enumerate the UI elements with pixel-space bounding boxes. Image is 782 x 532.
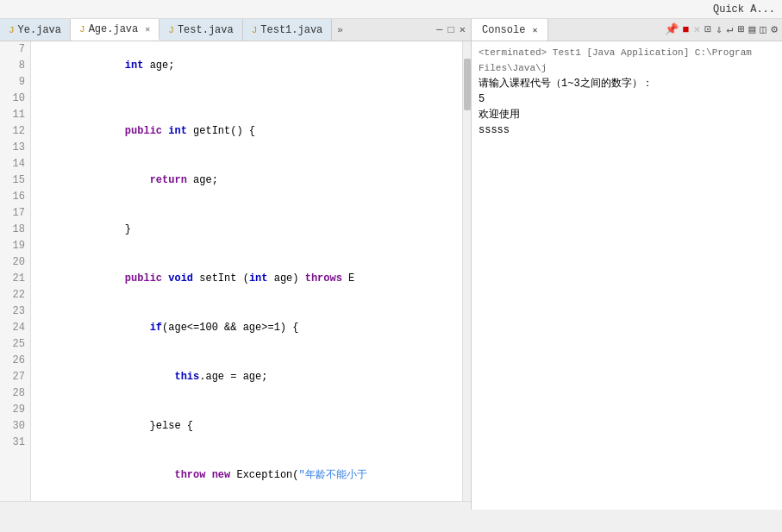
editor-scrollbar-v[interactable] [462,41,471,501]
age-java-icon: J [79,24,85,34]
code-area[interactable]: int age; public int getInt() { return ag… [31,41,462,501]
kw-public-9: public [125,125,162,137]
console-label: Console [482,24,525,36]
console-number-value: 5 [479,93,485,105]
line-num-8: 8 [5,58,25,74]
console-scroll-lock-icon[interactable]: ⇓ [715,24,723,35]
console-output-number: 5 [479,91,775,107]
code-line-8 [38,91,462,107]
code-line-15: }else { [38,402,462,451]
console-new-console-icon[interactable]: ⊞ [737,24,746,35]
line-num-29: 29 [5,402,25,418]
line-num-19: ▾19 [5,238,25,254]
line-num-15: 15 [5,172,25,189]
main-area: J Ye.java J Age.java ✕ J Test.java J Tes… [0,19,782,510]
tab-console[interactable]: Console ✕ [472,19,548,41]
tab-test-java[interactable]: J Test.java [160,19,242,41]
scrollbar-thumb[interactable] [464,59,471,110]
tab-test-label: Test.java [178,24,234,36]
line-num-14: 14 [5,156,25,172]
line-num-18: 18 [5,222,25,238]
console-toolbar: 📌 ■ ✕ ⊡ ⇓ ↵ ⊞ ▤ ◫ ⚙ [664,24,782,35]
tab-test1-label: Test1.java [260,24,322,36]
console-view-icon[interactable]: ◫ [759,24,767,35]
maximize-button[interactable]: □ [447,24,456,36]
kw-int-12: int [249,272,268,285]
console-word-wrap-icon[interactable]: ↵ [726,24,735,35]
code-line-12: public void setInt (int age) throws E [38,254,462,304]
str-exception: "年龄不能小于 [298,469,366,481]
editor-content: 7 8 ▾9 10 11 ▾12 13 14 15 16 17 18 ▾19 2… [0,41,471,501]
line-num-27: 27 [5,369,25,385]
code-line-14: this.age = age; [38,353,462,402]
editor-scrollbar-h[interactable] [0,501,471,510]
code-line-13: if(age<=100 && age>=1) { [38,304,462,353]
kw-this: this [174,371,199,383]
test-java-icon: J [168,25,174,35]
console-result-text: sssss [479,124,510,136]
console-close-icon[interactable]: ✕ [532,25,537,35]
console-welcome-text: 欢迎使用 [479,109,520,121]
line-numbers: 7 8 ▾9 10 11 ▾12 13 14 15 16 17 18 ▾19 2… [0,41,31,501]
editor-panel: J Ye.java J Age.java ✕ J Test.java J Tes… [0,19,472,510]
console-panel: Console ✕ 📌 ■ ✕ ⊡ ⇓ ↵ ⊞ ▤ ◫ ⚙ <terminate… [472,19,782,510]
kw-if: if [150,322,162,334]
minimize-button[interactable]: — [435,24,444,36]
tab-ye-java[interactable]: J Ye.java [0,19,71,41]
test1-java-icon: J [252,25,258,35]
line-num-23: ▾23 [5,304,25,320]
code-line-7: int age; [38,41,462,91]
kw-throw: throw [174,469,205,481]
console-pin-icon[interactable]: 📌 [664,24,679,35]
console-open-icon[interactable]: ▤ [748,24,757,35]
tab-test1-java[interactable]: J Test1.java [243,19,333,41]
kw-int-7: int [125,59,144,72]
console-output-welcome: 欢迎使用 [479,107,775,122]
editor-tab-bar: J Ye.java J Age.java ✕ J Test.java J Tes… [0,19,471,41]
quick-access-label: Quick A... [713,3,775,16]
console-clear-icon[interactable]: ⊡ [704,24,712,35]
ye-java-icon: J [9,25,15,35]
code-line-9: public int getInt() { [38,107,462,156]
line-num-16: 16 [5,189,25,205]
console-prompt-text: 请输入课程代号（1~3之间的数字）： [479,78,653,90]
tab-age-close-icon[interactable]: ✕ [145,24,150,34]
line-num-22: 22 [5,287,25,304]
console-terminated-text: <terminated> Test1 [Java Application] C:… [479,45,775,76]
tab-age-java[interactable]: J Age.java ✕ [71,19,160,41]
tab-overflow[interactable]: » [332,19,348,41]
kw-new-16: new [212,469,231,481]
line-num-17: 17 [5,205,25,222]
tab-age-label: Age.java [89,23,139,35]
line-num-13: 13 [5,140,25,156]
console-tab-bar: Console ✕ 📌 ■ ✕ ⊡ ⇓ ↵ ⊞ ▤ ◫ ⚙ [472,19,782,41]
line-num-28: 28 [5,385,25,402]
close-button[interactable]: ✕ [458,23,467,36]
kw-public-12: public [125,272,162,285]
line-num-21: 21 [5,271,25,287]
console-output-result: sssss [479,122,775,138]
console-output-prompt: 请输入课程代号（1~3之间的数字）： [479,76,775,91]
code-line-11: } [38,205,462,254]
line-num-9: ▾9 [5,74,25,91]
code-line-16: throw new Exception("年龄不能小于 [38,451,462,500]
console-stop-icon[interactable]: ■ [682,24,691,35]
console-settings-icon[interactable]: ⚙ [770,24,779,35]
console-body: <terminated> Test1 [Java Application] C:… [472,41,782,510]
tab-window-controls: — □ ✕ [435,19,471,41]
line-num-20: 20 [5,254,25,271]
kw-int-9: int [168,125,187,137]
kw-throws: throws [305,272,342,285]
line-num-31: 31 [5,435,25,451]
line-num-30: 30 [5,418,25,435]
tab-ye-label: Ye.java [18,24,61,36]
code-line-10: return age; [38,156,462,205]
console-remove-icon[interactable]: ✕ [692,24,701,35]
line-num-26: 26 [5,353,25,369]
kw-void-12: void [168,272,193,285]
top-bar: Quick A... [0,0,782,19]
line-num-10: 10 [5,91,25,107]
line-num-25: 25 [5,336,25,353]
line-num-12: ▾12 [5,123,25,140]
line-num-11: 11 [5,107,25,123]
